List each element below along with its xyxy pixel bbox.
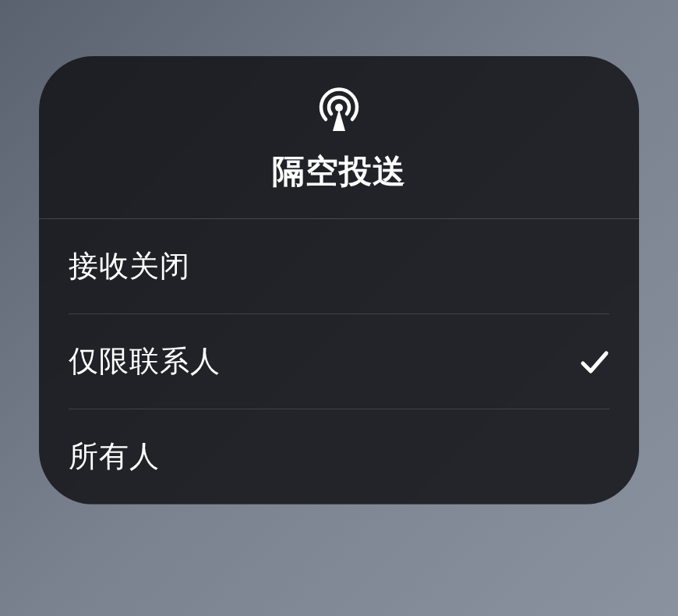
airdrop-icon	[313, 86, 365, 133]
option-label: 所有人	[69, 437, 160, 476]
checkmark-icon	[580, 347, 609, 377]
option-everyone[interactable]: 所有人	[39, 409, 639, 504]
airdrop-settings-panel: 隔空投送 接收关闭 仅限联系人 所有人	[39, 56, 639, 504]
option-divider	[69, 504, 609, 504]
option-contacts-only[interactable]: 仅限联系人	[39, 314, 639, 409]
panel-header: 隔空投送	[39, 56, 639, 218]
option-receiving-off[interactable]: 接收关闭	[39, 219, 639, 313]
panel-title: 隔空投送	[272, 150, 406, 193]
option-label: 接收关闭	[69, 246, 190, 286]
option-label: 仅限联系人	[69, 342, 221, 381]
